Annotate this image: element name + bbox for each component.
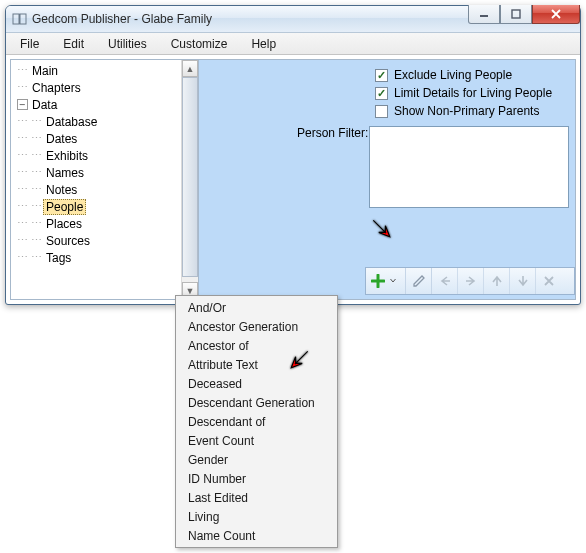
tree-label: Names bbox=[43, 166, 87, 180]
pencil-icon bbox=[412, 274, 426, 288]
tree-label: People bbox=[43, 199, 86, 215]
tree-label: Database bbox=[43, 115, 100, 129]
window-title: Gedcom Publisher - Glabe Family bbox=[32, 12, 212, 26]
check-label: Exclude Living People bbox=[394, 68, 512, 82]
tree-label: Exhibits bbox=[43, 149, 91, 163]
tree-item-names[interactable]: ⋯⋯Names bbox=[11, 164, 198, 181]
minimize-button[interactable] bbox=[468, 5, 500, 24]
options-group: Exclude Living People Limit Details for … bbox=[375, 66, 567, 120]
window-body: ⋯Main⋯Chapters−Data⋯⋯Database⋯⋯Dates⋯⋯Ex… bbox=[6, 55, 580, 304]
menu-utilities[interactable]: Utilities bbox=[96, 34, 159, 54]
tree-item-exhibits[interactable]: ⋯⋯Exhibits bbox=[11, 147, 198, 164]
plus-icon bbox=[371, 274, 385, 288]
move-down-button[interactable] bbox=[510, 268, 536, 294]
add-filter-button[interactable] bbox=[366, 268, 406, 294]
menu-item-ancestor-of[interactable]: Ancestor of bbox=[176, 336, 337, 355]
titlebar: Gedcom Publisher - Glabe Family bbox=[6, 6, 580, 33]
filter-toolbar bbox=[365, 267, 575, 295]
menu-item-living[interactable]: Living bbox=[176, 507, 337, 526]
tree-label: Dates bbox=[43, 132, 80, 146]
arrow-left-icon bbox=[438, 274, 452, 288]
svg-rect-4 bbox=[512, 10, 520, 18]
checkbox-icon bbox=[375, 87, 388, 100]
edit-filter-button[interactable] bbox=[406, 268, 432, 294]
move-right-button[interactable] bbox=[458, 268, 484, 294]
tree-label: Data bbox=[29, 98, 60, 112]
tree-scrollbar[interactable]: ▲ ▼ bbox=[181, 60, 198, 299]
tree-item-main[interactable]: ⋯Main bbox=[11, 62, 198, 79]
nav-tree[interactable]: ⋯Main⋯Chapters−Data⋯⋯Database⋯⋯Dates⋯⋯Ex… bbox=[10, 59, 199, 300]
svg-rect-1 bbox=[20, 14, 26, 24]
checkbox-icon bbox=[375, 105, 388, 118]
scroll-up-button[interactable]: ▲ bbox=[182, 60, 198, 77]
arrow-down-icon bbox=[516, 274, 530, 288]
tree-item-database[interactable]: ⋯⋯Database bbox=[11, 113, 198, 130]
check-label: Limit Details for Living People bbox=[394, 86, 552, 100]
check-exclude-living[interactable]: Exclude Living People bbox=[375, 66, 567, 84]
delete-filter-button[interactable] bbox=[536, 268, 562, 294]
menu-item-descendant-of[interactable]: Descendant of bbox=[176, 412, 337, 431]
menu-item-event-count[interactable]: Event Count bbox=[176, 431, 337, 450]
menu-item-attribute-text[interactable]: Attribute Text bbox=[176, 355, 337, 374]
tree-item-places[interactable]: ⋯⋯Places bbox=[11, 215, 198, 232]
menu-item-ancestor-gen[interactable]: Ancestor Generation bbox=[176, 317, 337, 336]
filter-listbox[interactable] bbox=[369, 126, 569, 208]
tree-item-dates[interactable]: ⋯⋯Dates bbox=[11, 130, 198, 147]
check-label: Show Non-Primary Parents bbox=[394, 104, 539, 118]
tree-label: Places bbox=[43, 217, 85, 231]
checkbox-icon bbox=[375, 69, 388, 82]
menubar: File Edit Utilities Customize Help bbox=[6, 33, 580, 55]
move-up-button[interactable] bbox=[484, 268, 510, 294]
menu-help[interactable]: Help bbox=[239, 34, 288, 54]
add-filter-menu: And/Or Ancestor Generation Ancestor of A… bbox=[175, 295, 338, 548]
tree-label: Tags bbox=[43, 251, 74, 265]
arrow-right-icon bbox=[464, 274, 478, 288]
arrow-up-icon bbox=[490, 274, 504, 288]
app-icon bbox=[12, 12, 28, 26]
filter-label: Person Filter: bbox=[297, 126, 368, 140]
menu-item-id-number[interactable]: ID Number bbox=[176, 469, 337, 488]
check-limit-details[interactable]: Limit Details for Living People bbox=[375, 84, 567, 102]
tree-item-notes[interactable]: ⋯⋯Notes bbox=[11, 181, 198, 198]
x-icon bbox=[542, 274, 556, 288]
tree-item-sources[interactable]: ⋯⋯Sources bbox=[11, 232, 198, 249]
tree-item-chapters[interactable]: ⋯Chapters bbox=[11, 79, 198, 96]
menu-item-descendant-gen[interactable]: Descendant Generation bbox=[176, 393, 337, 412]
scroll-thumb[interactable] bbox=[182, 77, 198, 277]
tree-label: Main bbox=[29, 64, 61, 78]
menu-file[interactable]: File bbox=[8, 34, 51, 54]
maximize-button[interactable] bbox=[500, 5, 532, 24]
close-button[interactable] bbox=[532, 5, 580, 24]
menu-edit[interactable]: Edit bbox=[51, 34, 96, 54]
app-window: Gedcom Publisher - Glabe Family File Edi… bbox=[5, 5, 581, 305]
chevron-down-icon bbox=[386, 274, 400, 288]
tree-label: Sources bbox=[43, 234, 93, 248]
menu-item-andor[interactable]: And/Or bbox=[176, 298, 337, 317]
menu-item-deceased[interactable]: Deceased bbox=[176, 374, 337, 393]
tree-label: Chapters bbox=[29, 81, 84, 95]
menu-item-name-count[interactable]: Name Count bbox=[176, 526, 337, 545]
tree-item-people[interactable]: ⋯⋯People bbox=[11, 198, 198, 215]
window-controls bbox=[468, 5, 580, 24]
tree-item-data[interactable]: −Data bbox=[11, 96, 198, 113]
svg-rect-0 bbox=[13, 14, 19, 24]
collapse-icon[interactable]: − bbox=[17, 99, 28, 110]
tree-item-tags[interactable]: ⋯⋯Tags bbox=[11, 249, 198, 266]
menu-item-last-edited[interactable]: Last Edited bbox=[176, 488, 337, 507]
move-left-button[interactable] bbox=[432, 268, 458, 294]
menu-item-gender[interactable]: Gender bbox=[176, 450, 337, 469]
tree-label: Notes bbox=[43, 183, 80, 197]
content-pane: Exclude Living People Limit Details for … bbox=[199, 59, 576, 300]
menu-customize[interactable]: Customize bbox=[159, 34, 240, 54]
svg-rect-3 bbox=[480, 15, 488, 17]
check-non-primary[interactable]: Show Non-Primary Parents bbox=[375, 102, 567, 120]
